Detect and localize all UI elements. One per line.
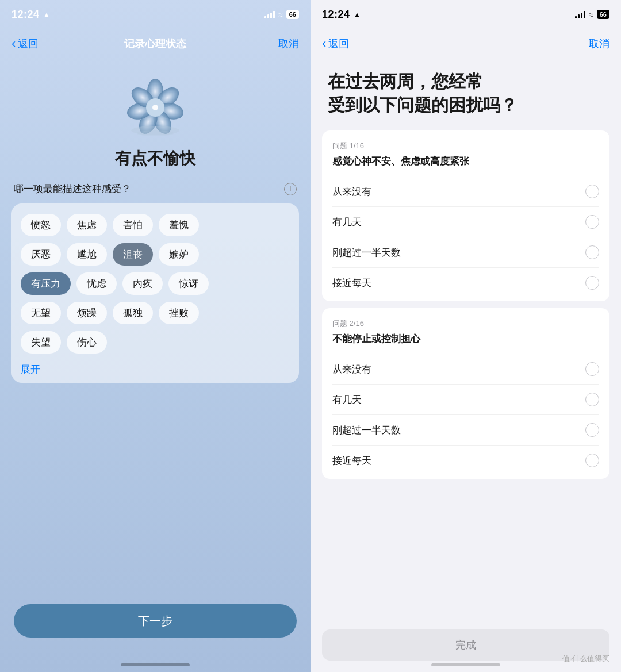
left-signal-bars [264, 10, 275, 18]
left-wifi-icon: ≈ [278, 10, 283, 20]
left-nav-bar: ‹ 返回 记录心理状态 取消 [0, 29, 310, 59]
question-card-2: 问题 2/16 不能停止或控制担心 从来没有 有几天 刚超过一半天数 接近每天 [322, 308, 610, 479]
info-icon[interactable]: i [284, 183, 297, 195]
right-status-icons: ≈ 66 [575, 10, 610, 20]
right-back-label: 返回 [328, 37, 349, 51]
q2-radio-4[interactable] [585, 454, 599, 467]
right-signal-bar-4 [584, 11, 585, 18]
next-button[interactable]: 下一步 [14, 604, 297, 638]
q1-option-3[interactable]: 刚超过一半天数 [332, 237, 599, 267]
right-battery: 66 [597, 10, 610, 19]
signal-bar-1 [264, 16, 266, 18]
tag-anxious[interactable]: 焦虑 [67, 214, 107, 236]
q2-option-2-label: 有几天 [332, 393, 362, 406]
q2-option-3-label: 刚超过一半天数 [332, 424, 401, 437]
left-home-indicator [121, 663, 190, 666]
signal-bar-3 [270, 13, 272, 18]
q1-option-3-label: 刚超过一半天数 [332, 246, 401, 259]
feelings-row-1: 愤怒 焦虑 害怕 羞愧 [21, 214, 290, 236]
svg-point-10 [137, 130, 174, 136]
tag-ashamed[interactable]: 羞愧 [159, 214, 199, 236]
feelings-label-row: 哪一项最能描述这种感受？ i [0, 182, 310, 195]
signal-bar-2 [267, 14, 269, 18]
tag-guilty[interactable]: 内疚 [122, 272, 163, 295]
feelings-row-4: 无望 烦躁 孤独 挫败 [21, 302, 290, 324]
left-cancel-button[interactable]: 取消 [278, 37, 299, 51]
right-location-icon: ▲ [354, 10, 361, 19]
tag-worried[interactable]: 忧虑 [76, 272, 117, 295]
right-nav-bar: ‹ 返回 取消 [310, 29, 621, 59]
tag-defeated[interactable]: 挫败 [159, 302, 199, 324]
left-status-icons: ≈ 66 [264, 10, 299, 20]
svg-point-8 [152, 105, 158, 110]
q2-radio-1[interactable] [585, 362, 599, 376]
q1-option-2-label: 有几天 [332, 216, 362, 229]
expand-link[interactable]: 展开 [21, 363, 40, 376]
question-2-number: 问题 2/16 [332, 318, 599, 329]
feelings-row-5: 失望 伤心 [21, 331, 290, 354]
tag-scared[interactable]: 害怕 [113, 214, 153, 236]
tag-sad[interactable]: 伤心 [67, 331, 107, 354]
tag-lonely[interactable]: 孤独 [113, 302, 153, 324]
left-back-button[interactable]: ‹ 返回 [12, 36, 39, 51]
tag-disappointed[interactable]: 失望 [21, 331, 61, 354]
mood-flower-icon [124, 76, 187, 139]
right-panel: 12:24 ▲ ≈ 66 ‹ 返回 取消 在过去两周，您经常受到以下问题的困扰吗… [310, 0, 621, 672]
right-question-header: 在过去两周，您经常受到以下问题的困扰吗？ [310, 59, 621, 130]
watermark: 值·什么值得买 [562, 654, 610, 664]
tag-depressed[interactable]: 沮丧 [113, 243, 153, 266]
q2-option-4[interactable]: 接近每天 [332, 445, 599, 475]
left-back-chevron: ‹ [12, 36, 16, 51]
question-1-text: 感觉心神不安、焦虑或高度紧张 [332, 155, 599, 168]
q1-radio-2[interactable] [585, 215, 599, 229]
q1-radio-4[interactable] [585, 276, 599, 290]
feelings-box: 愤怒 焦虑 害怕 羞愧 厌恶 尴尬 沮丧 嫉妒 有压力 忧虑 内疚 惊讶 无望 … [12, 203, 299, 383]
signal-bar-4 [273, 11, 275, 18]
tag-hopeless[interactable]: 无望 [21, 302, 61, 324]
q1-option-1[interactable]: 从来没有 [332, 176, 599, 206]
feelings-label: 哪一项最能描述这种感受？ [14, 182, 131, 195]
right-signal-bar-3 [581, 13, 582, 18]
q2-option-3[interactable]: 刚超过一半天数 [332, 414, 599, 445]
right-status-bar: 12:24 ▲ ≈ 66 [310, 0, 621, 29]
right-cancel-button[interactable]: 取消 [589, 37, 610, 51]
q2-radio-3[interactable] [585, 423, 599, 437]
feelings-row-2: 厌恶 尴尬 沮丧 嫉妒 [21, 243, 290, 266]
mood-title: 有点不愉快 [0, 148, 310, 170]
left-panel: 12:24 ▲ ≈ 66 ‹ 返回 记录心理状态 取消 [0, 0, 310, 672]
q2-option-2[interactable]: 有几天 [332, 384, 599, 414]
question-1-number: 问题 1/16 [332, 141, 599, 151]
q1-option-4[interactable]: 接近每天 [332, 267, 599, 298]
right-home-indicator [431, 663, 500, 666]
right-back-button[interactable]: ‹ 返回 [322, 36, 349, 51]
right-question-title: 在过去两周，您经常受到以下问题的困扰吗？ [328, 70, 604, 117]
tag-surprised[interactable]: 惊讶 [168, 272, 209, 295]
right-signal-bar-2 [578, 14, 580, 18]
tag-irritated[interactable]: 烦躁 [67, 302, 107, 324]
q2-option-4-label: 接近每天 [332, 454, 371, 467]
tag-disgusted[interactable]: 厌恶 [21, 243, 61, 266]
q1-radio-1[interactable] [585, 185, 599, 198]
q1-option-4-label: 接近每天 [332, 277, 371, 290]
q2-option-1[interactable]: 从来没有 [332, 354, 599, 384]
right-back-chevron: ‹ [322, 36, 326, 51]
tag-embarrassed[interactable]: 尴尬 [67, 243, 107, 266]
q1-option-2[interactable]: 有几天 [332, 206, 599, 237]
right-signal-bar-1 [575, 16, 577, 18]
tag-stressed[interactable]: 有压力 [21, 272, 71, 295]
q1-radio-3[interactable] [585, 245, 599, 259]
left-battery: 66 [286, 10, 299, 19]
tag-angry[interactable]: 愤怒 [21, 214, 61, 236]
right-wifi-icon: ≈ [589, 10, 593, 20]
q2-radio-2[interactable] [585, 393, 599, 406]
tag-jealous[interactable]: 嫉妒 [159, 243, 199, 266]
q1-option-1-label: 从来没有 [332, 185, 371, 198]
right-signal-bars [575, 10, 585, 18]
left-status-bar: 12:24 ▲ ≈ 66 [0, 0, 310, 29]
questions-scroll[interactable]: 问题 1/16 感觉心神不安、焦虑或高度紧张 从来没有 有几天 刚超过一半天数 … [310, 130, 621, 621]
right-status-time: 12:24 [322, 9, 350, 21]
left-status-time: 12:24 [12, 9, 40, 21]
feelings-row-3: 有压力 忧虑 内疚 惊讶 [21, 272, 290, 295]
mood-icon-container [0, 59, 310, 148]
question-card-1: 问题 1/16 感觉心神不安、焦虑或高度紧张 从来没有 有几天 刚超过一半天数 … [322, 130, 610, 301]
